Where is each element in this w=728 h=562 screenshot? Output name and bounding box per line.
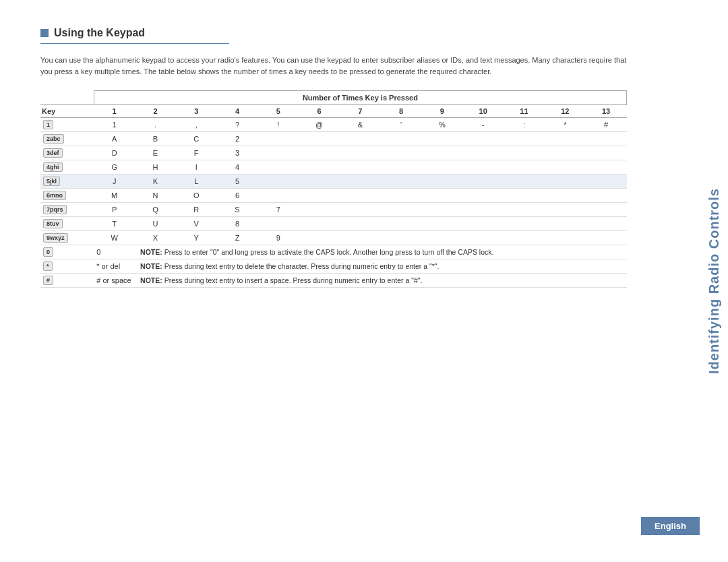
cell-value [257,132,299,146]
key-icon: 9wxyz [43,233,68,243]
cell-value: V [176,217,217,231]
col-header-6: 6 [299,105,340,118]
cell-value [340,146,381,160]
cell-value: T [94,217,135,231]
cell-value: Q [135,203,176,217]
cell-value: U [135,217,176,231]
cell-value: 9 [257,231,299,245]
cell-value [299,160,340,175]
cell-value [545,132,586,146]
cell-key: 3def [40,146,94,160]
key-icon: 8tuv [43,219,63,228]
cell-value [462,203,504,217]
cell-value [381,189,422,203]
cell-value [586,160,627,175]
cell-value: F [176,146,217,160]
table-row: 3defDEF3 [40,146,627,160]
cell-value: 1 [94,118,135,132]
english-badge: English [641,517,700,535]
cell-value [586,203,627,217]
cell-key: 1 [40,118,94,132]
table-row: 00NOTE: Press to enter "0" and long pres… [40,245,627,259]
cell-value [545,217,586,231]
cell-key: 9wxyz [40,231,94,245]
table-row: 8tuvTUV8 [40,217,627,231]
cell-value: H [135,160,176,175]
cell-key: * [40,259,94,274]
cell-key: 2abc [40,132,94,146]
table-row: 7pqrsPQRS7 [40,203,627,217]
cell-value [340,132,381,146]
cell-value [504,217,545,231]
cell-value: ' [381,118,422,132]
sidebar-title-container: Identifying Radio Controls [700,0,728,562]
col-header-11: 11 [504,105,545,118]
cell-value [545,175,586,189]
section-icon [40,29,49,37]
cell-value: G [94,160,135,175]
cell-note: NOTE: Press during text entry to insert … [135,274,626,288]
col-header-key: Key [40,105,94,118]
cell-value [545,231,586,245]
cell-value [299,146,340,160]
cell-value [422,132,463,146]
cell-value [504,160,545,175]
col-header-5: 5 [257,105,299,118]
cell-value: 7 [257,203,299,217]
cell-value [299,132,340,146]
key-icon: 6mno [43,191,66,200]
cell-value [340,217,381,231]
table-row: 11.,?!@&'%-:*# [40,118,627,132]
section-title: Using the Keypad [54,27,145,39]
table-row: 5jklJKL5 [40,175,627,189]
cell-value: N [135,189,176,203]
cell-value [381,132,422,146]
cell-value: O [176,189,217,203]
key-icon: * [43,261,53,271]
cell-value [422,146,463,160]
cell-value: C [176,132,217,146]
key-icon: 2abc [43,134,64,144]
key-icon: 1 [43,120,53,129]
cell-value [504,203,545,217]
cell-value [504,175,545,189]
key-icon: 3def [43,148,63,158]
cell-value: 8 [217,217,258,231]
cell-value [381,146,422,160]
cell-value: ! [257,118,299,132]
cell-key: 7pqrs [40,203,94,217]
cell-value [586,231,627,245]
cell-key: 5jkl [40,175,94,189]
cell-value: M [94,189,135,203]
col-header-4: 4 [217,105,258,118]
cell-value [257,217,299,231]
cell-key: 0 [40,245,94,259]
col-header-9: 9 [422,105,463,118]
cell-value: * [545,118,586,132]
cell-value [545,189,586,203]
cell-value: B [135,132,176,146]
cell-value [586,175,627,189]
cell-value: . [135,118,176,132]
table-row: 6mnoMNO6 [40,189,627,203]
cell-value: 5 [217,175,258,189]
cell-value: L [176,175,217,189]
col-header-7: 7 [340,105,381,118]
cell-value [422,217,463,231]
cell-value: ? [217,118,258,132]
key-icon: 5jkl [43,177,60,186]
table-row: ** or delNOTE: Press during text entry t… [40,259,627,274]
cell-value [422,203,463,217]
cell-value [299,175,340,189]
col-header-3: 3 [176,105,217,118]
cell-value [462,231,504,245]
cell-value: Y [176,231,217,245]
cell-value [340,231,381,245]
cell-value [381,231,422,245]
cell-value: J [94,175,135,189]
table-top-header-row: Number of Times Key is Pressed [40,91,627,105]
cell-value [257,146,299,160]
key-icon: # [43,276,53,285]
cell-value [586,132,627,146]
cell-value [257,175,299,189]
